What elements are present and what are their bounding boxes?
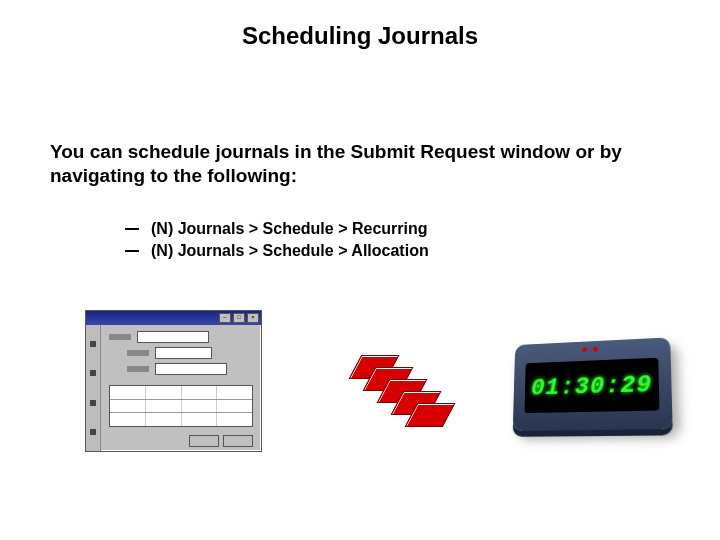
dot-icon <box>582 347 587 352</box>
clock-screen: 01:30:29 <box>524 358 659 413</box>
maximize-icon: □ <box>233 313 245 323</box>
field-label <box>109 334 131 340</box>
grid-row <box>110 400 252 414</box>
cascade-illustration <box>355 355 475 445</box>
clock-indicator-dots <box>582 347 598 353</box>
intro-text: You can schedule journals in the Submit … <box>50 140 650 188</box>
grid-cell <box>146 400 182 413</box>
grid-cell <box>182 386 218 399</box>
footer-button <box>189 435 219 447</box>
text-field <box>155 363 227 375</box>
window-body <box>86 325 261 451</box>
slide: Scheduling Journals You can schedule jou… <box>0 0 720 540</box>
clock-body: 01:30:29 <box>513 337 673 431</box>
illustration-row: – □ × <box>50 300 670 500</box>
window-footer <box>109 435 253 447</box>
close-icon: × <box>247 313 259 323</box>
nav-path-item: (N) Journals > Schedule > Recurring <box>125 220 429 238</box>
footer-button <box>223 435 253 447</box>
grid-cell <box>110 413 146 426</box>
grid-cell <box>182 413 218 426</box>
sidebar-glyph-icon <box>90 370 96 376</box>
window-sidebar <box>86 325 101 451</box>
form-row <box>109 331 253 343</box>
form-row <box>127 347 253 359</box>
form-row <box>127 363 253 375</box>
window-main <box>101 325 261 451</box>
bullet-dash-icon <box>125 250 139 252</box>
nav-path-item: (N) Journals > Schedule > Allocation <box>125 242 429 260</box>
minimize-icon: – <box>219 313 231 323</box>
grid-cell <box>110 386 146 399</box>
clock-illustration: 01:30:29 <box>510 340 680 460</box>
grid-cell <box>182 400 218 413</box>
grid-cell <box>146 413 182 426</box>
sidebar-glyph-icon <box>90 429 96 435</box>
grid-row <box>110 413 252 426</box>
page-title: Scheduling Journals <box>0 22 720 50</box>
grid-cell <box>146 386 182 399</box>
grid-cell <box>110 400 146 413</box>
clock-time: 01:30:29 <box>531 370 653 400</box>
nav-path-text: (N) Journals > Schedule > Recurring <box>151 220 428 238</box>
dot-icon <box>593 347 598 352</box>
field-label <box>127 366 149 372</box>
bullet-dash-icon <box>125 228 139 230</box>
text-field <box>155 347 212 359</box>
grid-cell <box>217 400 252 413</box>
window-titlebar: – □ × <box>86 311 261 325</box>
app-window-illustration: – □ × <box>85 310 262 452</box>
nav-path-text: (N) Journals > Schedule > Allocation <box>151 242 429 260</box>
text-field <box>137 331 209 343</box>
grid-cell <box>217 413 252 426</box>
nav-path-list: (N) Journals > Schedule > Recurring (N) … <box>125 220 429 264</box>
grid-cell <box>217 386 252 399</box>
sidebar-glyph-icon <box>90 400 96 406</box>
grid-row <box>110 386 252 400</box>
data-grid <box>109 385 253 427</box>
sidebar-glyph-icon <box>90 341 96 347</box>
field-label <box>127 350 149 356</box>
